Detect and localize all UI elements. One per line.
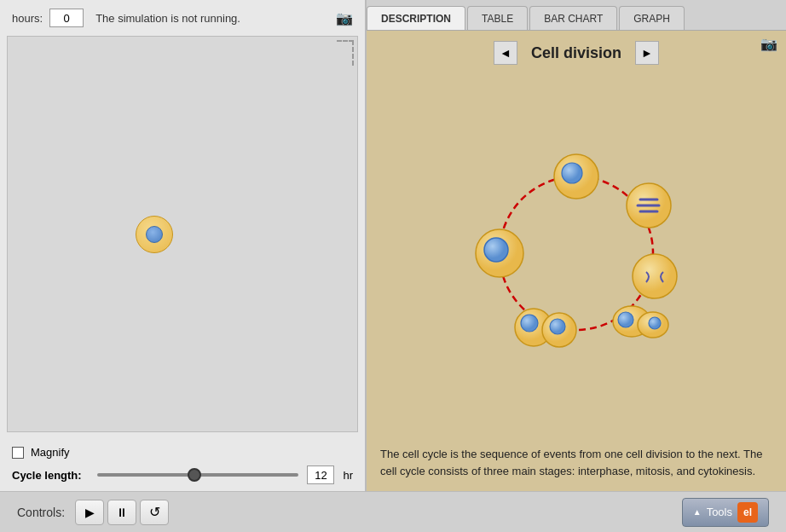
slider-thumb[interactable] (188, 468, 201, 482)
tab-barchart[interactable]: BAR CHART (529, 6, 617, 30)
cycle-unit: hr (343, 469, 353, 482)
hours-label: hours: (12, 12, 43, 25)
cycle-diagram (367, 72, 786, 437)
prev-arrow[interactable]: ◄ (494, 41, 517, 65)
cycle-length-label: Cycle length: (12, 469, 89, 482)
svg-point-19 (550, 319, 565, 334)
simulation-status: The simulation is not running. (95, 12, 240, 25)
hours-row: hours: The simulation is not running. 📷 (0, 0, 365, 36)
svg-point-17 (521, 315, 538, 332)
cell (136, 216, 173, 253)
svg-point-21 (484, 238, 508, 262)
tools-label: Tools (707, 506, 732, 518)
magnify-row: Magnify (12, 446, 353, 459)
reset-icon: ↺ (149, 504, 160, 520)
controls-label: Controls: (17, 506, 65, 519)
play-button[interactable]: ▶ (75, 500, 104, 525)
cycle-row: Cycle length: 12 hr (12, 466, 353, 484)
left-panel: hours: The simulation is not running. 📷 … (0, 0, 367, 491)
pause-button[interactable]: ⏸ (107, 500, 136, 525)
camera-icon[interactable]: 📷 (336, 10, 353, 26)
svg-point-13 (618, 312, 633, 327)
simulation-canvas (7, 36, 358, 432)
right-tabs: DESCRIPTION TABLE BAR CHART GRAPH (367, 0, 786, 31)
cycle-value: 12 (307, 466, 334, 484)
cycle-slider[interactable] (97, 473, 298, 477)
cell-division-header: ◄ Cell division ► (367, 31, 786, 72)
cycle-svg (448, 153, 704, 357)
reset-button[interactable]: ↺ (140, 500, 169, 525)
cell-nucleus (146, 226, 163, 243)
pause-icon: ⏸ (116, 506, 128, 519)
svg-point-6 (562, 163, 582, 183)
tab-description[interactable]: DESCRIPTION (367, 6, 465, 30)
dashed-border (337, 40, 354, 66)
tab-graph[interactable]: GRAPH (619, 6, 685, 30)
tab-table[interactable]: TABLE (467, 6, 528, 30)
bottom-controls: Magnify Cycle length: 12 hr (0, 439, 365, 491)
tools-button[interactable]: ▲ Tools el (682, 498, 769, 527)
right-camera-icon[interactable]: 📷 (760, 36, 777, 52)
svg-point-15 (649, 317, 661, 329)
cell-outer (136, 216, 173, 253)
description-text: The cell cycle is the sequence of events… (367, 437, 786, 491)
division-title: Cell division (531, 44, 621, 62)
play-icon: ▶ (85, 506, 95, 519)
right-panel: DESCRIPTION TABLE BAR CHART GRAPH 📷 ◄ Ce… (367, 0, 786, 491)
hours-input[interactable] (49, 9, 84, 27)
svg-point-11 (633, 254, 677, 298)
description-content: 📷 ◄ Cell division ► (367, 31, 786, 491)
next-arrow[interactable]: ► (635, 41, 659, 65)
tools-triangle-icon: ▲ (693, 507, 702, 517)
magnify-checkbox[interactable] (12, 447, 24, 459)
magnify-label: Magnify (31, 446, 70, 459)
bottom-bar: Controls: ▶ ⏸ ↺ ▲ Tools el (0, 491, 786, 532)
el-logo: el (737, 502, 758, 523)
